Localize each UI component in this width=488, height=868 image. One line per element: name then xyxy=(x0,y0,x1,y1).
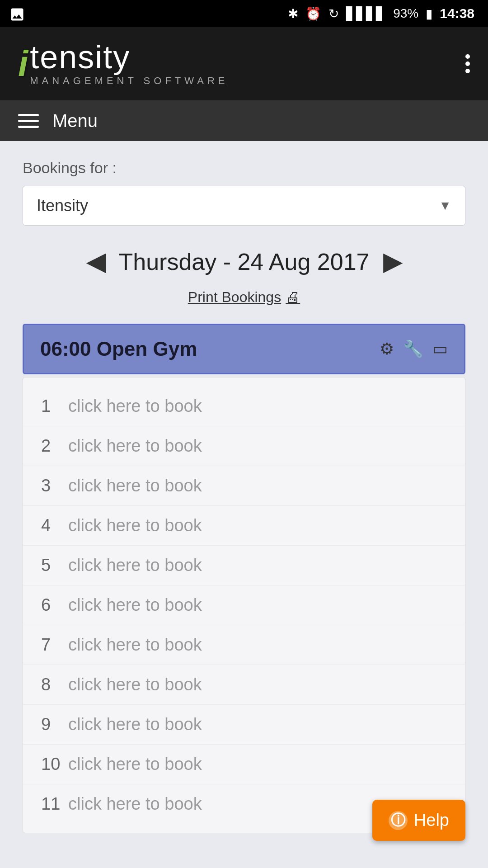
booking-slot[interactable]: 10click here to book xyxy=(23,745,465,784)
photo-icon xyxy=(9,6,25,24)
print-bookings-row: Print Bookings 🖨 xyxy=(23,289,465,306)
booking-slot-text: click here to book xyxy=(68,476,202,495)
booking-slot[interactable]: 9click here to book xyxy=(23,705,465,745)
prev-date-button[interactable]: ◀ xyxy=(87,248,105,275)
class-header[interactable]: 06:00 Open Gym ⚙ 🔧 ▭ xyxy=(23,324,465,374)
overflow-dot-1 xyxy=(465,54,470,59)
booking-slot-text: click here to book xyxy=(68,715,202,734)
booking-slot-text: click here to book xyxy=(68,675,202,694)
booking-slot-text: click here to book xyxy=(68,556,202,575)
booking-slot-number: 11 xyxy=(41,794,68,814)
logo-text: tensity MANAGEMENT SOFTWARE xyxy=(30,41,228,87)
menu-label: Menu xyxy=(52,111,98,131)
booking-slot[interactable]: 4click here to book xyxy=(23,506,465,546)
booking-slot-number: 2 xyxy=(41,436,68,456)
class-actions: ⚙ 🔧 ▭ xyxy=(380,340,448,359)
chevron-down-icon: ▼ xyxy=(439,198,451,213)
venue-select-value: Itensity xyxy=(37,196,88,215)
date-navigation: ◀ Thursday - 24 Aug 2017 ▶ xyxy=(23,248,465,275)
venue-select[interactable]: Itensity ▼ xyxy=(23,186,465,226)
bluetooth-icon: ✱ xyxy=(288,6,298,21)
booking-slot-number: 8 xyxy=(41,675,68,694)
hamburger-line-2 xyxy=(18,120,39,122)
booking-slot-number: 9 xyxy=(41,715,68,734)
booking-slot-number: 5 xyxy=(41,556,68,575)
battery-percent: 93% xyxy=(393,6,418,21)
nav-bar: Menu xyxy=(0,100,488,141)
print-bookings-link[interactable]: Print Bookings 🖨 xyxy=(188,289,300,306)
booking-slot-text: click here to book xyxy=(68,635,202,655)
booking-slot[interactable]: 2click here to book xyxy=(23,426,465,466)
logo-subtitle: MANAGEMENT SOFTWARE xyxy=(30,75,228,87)
hamburger-line-1 xyxy=(18,114,39,116)
booking-slot-number: 6 xyxy=(41,595,68,615)
booking-slot-number: 10 xyxy=(41,755,68,774)
alarm-icon: ⏰ xyxy=(305,6,321,21)
hamburger-menu-button[interactable] xyxy=(18,114,39,128)
bookings-for-label: Bookings for : xyxy=(23,159,465,177)
booking-slot[interactable]: 3click here to book xyxy=(23,466,465,506)
booking-slot-number: 1 xyxy=(41,396,68,416)
next-date-button[interactable]: ▶ xyxy=(383,248,401,275)
booking-slot-number: 3 xyxy=(41,476,68,495)
main-content: Bookings for : Itensity ▼ ◀ Thursday - 2… xyxy=(0,141,488,851)
booking-slot-text: click here to book xyxy=(68,755,202,774)
status-bar: ✱ ⏰ ↻ ▋▋▋▋ 93% ▮ 14:38 xyxy=(0,0,488,27)
booking-slot[interactable]: 8click here to book xyxy=(23,665,465,705)
help-icon: ⓘ xyxy=(389,811,408,830)
booking-slot-text: click here to book xyxy=(68,595,202,615)
logo: i tensity MANAGEMENT SOFTWARE xyxy=(18,41,228,87)
booking-slot[interactable]: 1click here to book xyxy=(23,387,465,426)
status-time: 14:38 xyxy=(440,6,474,21)
class-title: 06:00 Open Gym xyxy=(40,338,197,360)
booking-slot-text: click here to book xyxy=(68,516,202,535)
booking-slot[interactable]: 7click here to book xyxy=(23,625,465,665)
booking-list: 1click here to book2click here to book3c… xyxy=(23,377,465,833)
battery-icon: ▮ xyxy=(426,6,432,21)
booking-slot-number: 4 xyxy=(41,516,68,535)
date-label: Thursday - 24 Aug 2017 xyxy=(118,248,369,275)
signal-icon: ▋▋▋▋ xyxy=(346,6,386,21)
help-button[interactable]: ⓘ Help xyxy=(372,800,465,841)
hamburger-line-3 xyxy=(18,126,39,128)
overflow-dot-3 xyxy=(465,69,470,73)
wrench-icon[interactable]: 🔧 xyxy=(403,340,423,359)
overflow-dot-2 xyxy=(465,61,470,66)
booking-slot-text: click here to book xyxy=(68,396,202,416)
booking-slot-text: click here to book xyxy=(68,794,202,814)
tablet-icon[interactable]: ▭ xyxy=(432,340,448,359)
booking-slot[interactable]: 5click here to book xyxy=(23,546,465,585)
booking-slot-number: 7 xyxy=(41,635,68,655)
print-bookings-label: Print Bookings xyxy=(188,289,281,306)
sync-icon: ↻ xyxy=(328,6,339,21)
booking-slot-text: click here to book xyxy=(68,436,202,456)
app-header: i tensity MANAGEMENT SOFTWARE xyxy=(0,27,488,100)
booking-slot[interactable]: 6click here to book xyxy=(23,585,465,625)
help-label: Help xyxy=(414,811,449,830)
link-icon[interactable]: ⚙ xyxy=(380,340,394,359)
overflow-menu-button[interactable] xyxy=(465,54,470,73)
logo-i: i xyxy=(18,46,28,82)
logo-tensity: tensity xyxy=(30,41,228,73)
print-icon: 🖨 xyxy=(286,289,300,306)
